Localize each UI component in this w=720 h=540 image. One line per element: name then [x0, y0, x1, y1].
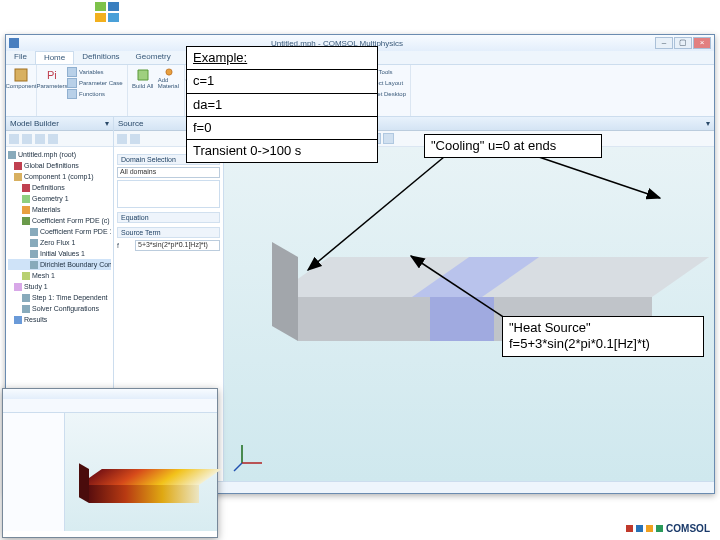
inset-tree[interactable]: [3, 413, 65, 531]
inset-body: [3, 413, 217, 531]
tab-home[interactable]: Home: [35, 51, 74, 64]
add-material-button[interactable]: Add Material: [158, 67, 180, 89]
annotation-example-row: da=1: [187, 94, 377, 117]
tree-tool-1[interactable]: [9, 134, 19, 144]
svg-line-17: [530, 154, 660, 198]
footer-brand: COMSOL: [626, 523, 710, 534]
tree-item[interactable]: Global Definitions: [8, 160, 111, 171]
annotation-example-row: f=0: [187, 117, 377, 140]
annotation-example-row: c=1: [187, 70, 377, 93]
section-equation[interactable]: Equation: [117, 212, 220, 223]
svg-rect-0: [15, 69, 27, 81]
tree-tool-2[interactable]: [22, 134, 32, 144]
brand-small-logo: [95, 2, 123, 24]
tree-item[interactable]: Coefficient Form PDE 1: [8, 226, 111, 237]
app-icon: [9, 38, 19, 48]
component-button[interactable]: Component: [10, 67, 32, 89]
section-source-term[interactable]: Source Term: [117, 227, 220, 238]
annotation-example-row: Transient 0->100 s: [187, 140, 377, 162]
build-all-button[interactable]: Build All: [132, 67, 154, 89]
annotation-heat-line2: f=5+3*sin(2*pi*0.1[Hz]*t): [509, 336, 650, 351]
tree-item[interactable]: Study 1: [8, 281, 111, 292]
ribbon-small-defs: Variables Parameter Case Functions: [67, 67, 123, 114]
tree-tool-4[interactable]: [48, 134, 58, 144]
tree-item[interactable]: Step 1: Time Dependent: [8, 292, 111, 303]
settings-body: Domain Selection All domains Equation So…: [114, 147, 223, 256]
maximize-button[interactable]: ▢: [674, 37, 692, 49]
settings-tool[interactable]: [117, 134, 127, 144]
selection-value[interactable]: All domains: [117, 167, 220, 178]
annotation-example-header: Example:: [187, 47, 377, 70]
bar-side-face: [272, 242, 298, 341]
annotation-heat-box: "Heat Source" f=5+3*sin(2*pi*0.1[Hz]*t): [502, 316, 704, 357]
tree-item[interactable]: Coefficient Form PDE (c): [8, 215, 111, 226]
axis-triad-icon: [232, 437, 268, 473]
slide-header: [0, 0, 720, 30]
svg-point-3: [166, 69, 172, 75]
tab-geometry[interactable]: Geometry: [128, 51, 179, 64]
tree-root[interactable]: Untitled.mph (root): [8, 149, 111, 160]
minimize-button[interactable]: –: [655, 37, 673, 49]
inset-graphics[interactable]: [65, 413, 217, 531]
tree-item[interactable]: Mesh 1: [8, 270, 111, 281]
annotation-heat-line1: "Heat Source": [509, 320, 591, 335]
model-tree-toolbar: [6, 131, 113, 147]
inset-titlebar: [3, 389, 217, 399]
f-label: f: [117, 242, 135, 249]
svg-marker-2: [138, 70, 148, 80]
panel-menu-icon[interactable]: ▾: [105, 119, 109, 128]
annotation-cooling-box: "Cooling" u=0 at ends: [424, 134, 602, 158]
tree-item[interactable]: Solver Configurations: [8, 303, 111, 314]
tree-item[interactable]: Initial Values 1: [8, 248, 111, 259]
tab-definitions[interactable]: Definitions: [74, 51, 127, 64]
svg-line-13: [234, 463, 242, 471]
variables-button[interactable]: Variables: [67, 67, 123, 77]
inset-thermal-bar: [79, 469, 199, 509]
panel-menu-icon[interactable]: ▾: [706, 119, 710, 128]
ribbon-group-definitions: PiParameters Variables Parameter Case Fu…: [37, 65, 128, 116]
inset-ribbon: [3, 399, 217, 413]
annotation-example-box: Example: c=1 da=1 f=0 Transient 0->100 s: [186, 46, 378, 163]
model-tree[interactable]: Untitled.mph (root) Global Definitions C…: [6, 147, 113, 327]
tree-item[interactable]: Results: [8, 314, 111, 325]
paramcase-button[interactable]: Parameter Case: [67, 78, 123, 88]
tab-file[interactable]: File: [6, 51, 35, 64]
window-controls: – ▢ ×: [655, 37, 711, 49]
selection-list[interactable]: [117, 180, 220, 208]
model-tree-header: Model Builder▾: [6, 117, 113, 131]
svg-text:Pi: Pi: [47, 69, 57, 81]
tree-item[interactable]: Definitions: [8, 182, 111, 193]
tree-item[interactable]: Materials: [8, 204, 111, 215]
tree-item-selected[interactable]: Dirichlet Boundary Condition 1: [8, 259, 111, 270]
arrow-cooling-right: [520, 152, 670, 212]
close-button[interactable]: ×: [693, 37, 711, 49]
functions-button[interactable]: Functions: [67, 89, 123, 99]
tree-item[interactable]: Component 1 (comp1): [8, 171, 111, 182]
tree-tool-3[interactable]: [35, 134, 45, 144]
tree-item[interactable]: Zero Flux 1: [8, 237, 111, 248]
tree-item[interactable]: Geometry 1: [8, 193, 111, 204]
ribbon-group-geometry: Build All Add Material: [128, 65, 185, 116]
ribbon-group-model: Component: [6, 65, 37, 116]
gfx-tool[interactable]: [383, 133, 394, 144]
f-field[interactable]: 5+3*sin(2*pi*0.1[Hz]*t): [135, 240, 220, 251]
inset-window: [2, 388, 218, 538]
parameters-button[interactable]: PiParameters: [41, 67, 63, 89]
footer-brand-text: COMSOL: [666, 523, 710, 534]
settings-tool[interactable]: [130, 134, 140, 144]
